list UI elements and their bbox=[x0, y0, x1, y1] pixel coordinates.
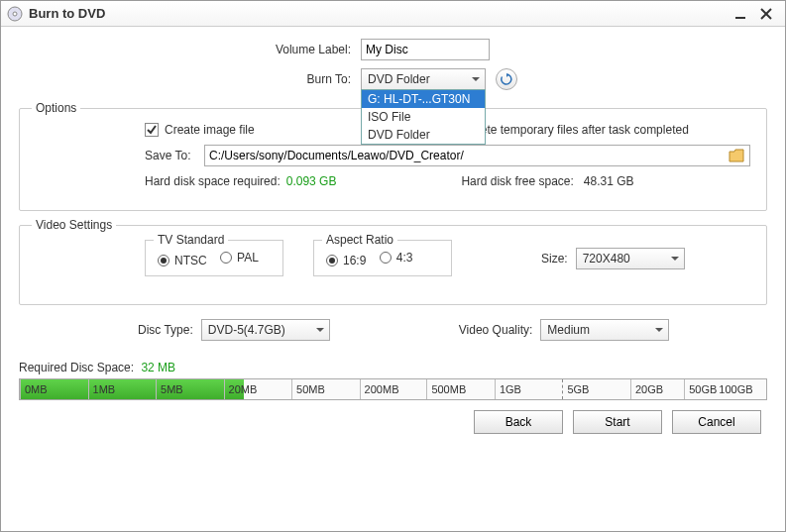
tick-1gb: 1GB bbox=[500, 383, 521, 395]
video-quality-label: Video Quality: bbox=[459, 323, 533, 337]
ruler-fill bbox=[20, 379, 244, 399]
video-settings-group: Video Settings TV Standard NTSC PAL Aspe… bbox=[19, 225, 767, 305]
tick-100gb: 100GB bbox=[719, 383, 752, 395]
video-quality-select[interactable]: Medium bbox=[540, 319, 669, 341]
disc-type-label: Disc Type: bbox=[138, 323, 193, 337]
ar169-label: 16:9 bbox=[343, 254, 366, 267]
req-space-label: Hard disk space required: bbox=[145, 174, 281, 188]
disc-type-value: DVD-5(4.7GB) bbox=[208, 323, 285, 337]
ar169-radio[interactable]: 16:9 bbox=[326, 254, 366, 267]
burnto-selected: DVD Folder bbox=[368, 72, 430, 86]
options-legend: Options bbox=[32, 101, 80, 115]
browse-folder-icon[interactable] bbox=[729, 149, 744, 162]
tick-0mb: 0MB bbox=[25, 383, 48, 395]
ntsc-label: NTSC bbox=[174, 254, 207, 267]
tick-500mb: 500MB bbox=[431, 383, 466, 395]
free-space-value: 48.31 GB bbox=[584, 174, 634, 188]
size-label: Size: bbox=[541, 252, 568, 266]
tick-200mb: 200MB bbox=[365, 383, 399, 395]
burnto-option-folder[interactable]: DVD Folder bbox=[362, 126, 485, 144]
create-image-checkbox[interactable]: Create image file bbox=[145, 123, 255, 137]
tick-5gb: 5GB bbox=[567, 383, 589, 395]
burnto-option-iso[interactable]: ISO File bbox=[362, 108, 485, 126]
saveto-label: Save To: bbox=[145, 149, 204, 162]
svg-point-1 bbox=[13, 12, 17, 16]
tick-50mb: 50MB bbox=[296, 383, 325, 395]
free-space-label: Hard disk free space: bbox=[461, 174, 573, 188]
close-button[interactable] bbox=[757, 5, 775, 23]
volume-label-text: Volume Label: bbox=[19, 43, 361, 56]
tick-50gb: 50GB bbox=[689, 383, 717, 395]
back-button[interactable]: Back bbox=[474, 410, 563, 434]
ar43-radio[interactable]: 4:3 bbox=[380, 251, 413, 265]
video-settings-legend: Video Settings bbox=[32, 218, 116, 232]
create-image-label: Create image file bbox=[165, 123, 255, 137]
required-disc-space-label: Required Disc Space: bbox=[19, 361, 134, 374]
burnto-dropdown: G: HL-DT-...GT30N ISO File DVD Folder bbox=[361, 89, 486, 145]
pal-label: PAL bbox=[237, 251, 259, 265]
required-disc-space-value: 32 MB bbox=[141, 361, 175, 374]
size-value: 720X480 bbox=[583, 252, 630, 266]
refresh-button[interactable] bbox=[496, 68, 517, 90]
burnto-select[interactable]: DVD Folder bbox=[361, 68, 486, 90]
disc-space-ruler: 0MB 1MB 5MB 20MB 50MB 200MB 500MB 1GB 5G… bbox=[19, 378, 767, 400]
minimize-button[interactable] bbox=[731, 5, 749, 23]
tick-20mb: 20MB bbox=[229, 383, 258, 395]
tick-20gb: 20GB bbox=[635, 383, 663, 395]
window-title: Burn to DVD bbox=[29, 6, 731, 21]
tick-5mb: 5MB bbox=[161, 383, 183, 395]
ar43-label: 4:3 bbox=[396, 251, 413, 265]
volume-label-input[interactable] bbox=[361, 39, 490, 60]
delete-temp-label: Delete temporary files after task comple… bbox=[463, 123, 689, 137]
tick-1mb: 1MB bbox=[93, 383, 116, 395]
burnto-option-drive[interactable]: G: HL-DT-...GT30N bbox=[362, 90, 485, 108]
req-space-value: 0.093 GB bbox=[286, 174, 337, 188]
ntsc-radio[interactable]: NTSC bbox=[158, 254, 207, 267]
video-quality-value: Medium bbox=[547, 323, 590, 337]
disc-type-select[interactable]: DVD-5(4.7GB) bbox=[201, 319, 330, 341]
aspect-ratio-legend: Aspect Ratio bbox=[322, 233, 397, 247]
size-select[interactable]: 720X480 bbox=[576, 248, 685, 269]
tv-standard-legend: TV Standard bbox=[154, 233, 228, 247]
cancel-button[interactable]: Cancel bbox=[672, 410, 761, 434]
burnto-label: Burn To: bbox=[19, 72, 361, 86]
pal-radio[interactable]: PAL bbox=[220, 251, 259, 265]
start-button[interactable]: Start bbox=[573, 410, 662, 434]
saveto-input[interactable] bbox=[204, 145, 750, 166]
disc-icon bbox=[7, 6, 23, 22]
